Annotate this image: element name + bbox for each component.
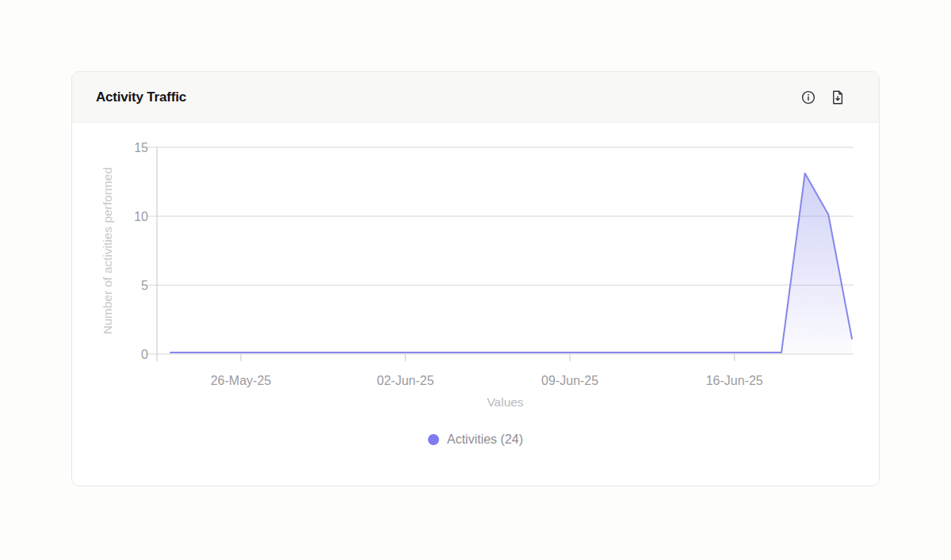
chart-area: 05101526-May-2502-Jun-2509-Jun-2516-Jun-… (72, 123, 879, 486)
y-tick-label: 5 (141, 279, 148, 292)
x-tick-label: 26-May-25 (211, 374, 272, 387)
card-title: Activity Traffic (96, 90, 186, 105)
header-icons (800, 90, 846, 105)
y-tick-label: 10 (134, 210, 148, 223)
card-header: Activity Traffic (72, 72, 879, 123)
activity-traffic-chart: 05101526-May-2502-Jun-2509-Jun-2516-Jun-… (72, 123, 880, 424)
y-axis-title: Number of activities performed (101, 167, 114, 334)
chart-legend[interactable]: Activities (24) (72, 424, 879, 455)
legend-dot-icon (428, 434, 439, 445)
download-report-icon[interactable] (830, 90, 846, 105)
series-line-activities (170, 173, 852, 352)
x-tick-label: 16-Jun-25 (706, 374, 763, 387)
x-axis-title: Values (487, 395, 523, 409)
legend-label: Activities (24) (447, 432, 523, 447)
x-tick-label: 09-Jun-25 (541, 374, 598, 387)
info-icon[interactable] (800, 90, 816, 105)
series-area-fill (170, 173, 852, 354)
y-tick-label: 15 (134, 141, 148, 154)
x-tick-label: 02-Jun-25 (377, 374, 434, 387)
y-tick-label: 0 (141, 348, 148, 361)
activity-traffic-card: Activity Traffic 05101526-May-2502-Jun-2… (71, 71, 880, 486)
